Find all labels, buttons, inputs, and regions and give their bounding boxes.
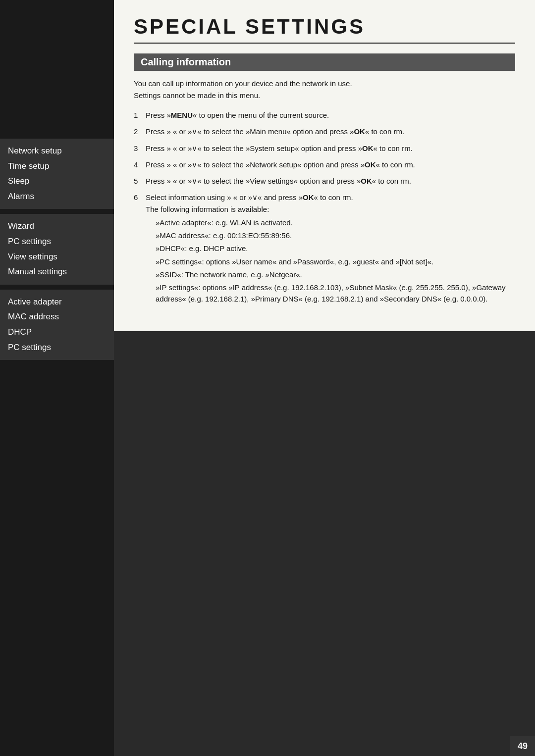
- content-body: You can call up information on your devi…: [134, 78, 515, 306]
- step-6-text: Select information using » « or »∨« and …: [146, 192, 515, 306]
- sidebar-item-dhcp[interactable]: DHCP: [8, 325, 106, 340]
- info-label: The following information is available:: [146, 205, 269, 213]
- sidebar-item-sleep[interactable]: Sleep: [8, 174, 106, 189]
- sidebar: Network setup Time setup Sleep Alarms Wi…: [0, 0, 114, 756]
- main-wrapper: SPECIAL SETTINGS Calling information You…: [114, 0, 535, 756]
- step-2-text: Press » « or »∨« to select the »Main men…: [146, 126, 515, 137]
- steps-list: 1 Press »MENU« to open the menu of the c…: [134, 109, 515, 306]
- sidebar-item-active-adapter[interactable]: Active adapter: [8, 295, 106, 310]
- step-1-text: Press »MENU« to open the menu of the cur…: [146, 109, 515, 121]
- info-item-5: »SSID«: The network name, e.g. »Netgear«…: [156, 269, 515, 280]
- main-content: SPECIAL SETTINGS Calling information You…: [114, 0, 535, 331]
- page-number: 49: [510, 736, 535, 756]
- info-item-4: »PC settings«: options »User name« and »…: [156, 256, 515, 267]
- step-6: 6 Select information using » « or »∨« an…: [134, 192, 515, 306]
- info-item-3: »DHCP«: e.g. DHCP active.: [156, 243, 515, 254]
- step-3-text: Press » « or »∨« to select the »System s…: [146, 143, 515, 154]
- sidebar-item-view-settings[interactable]: View settings: [8, 250, 106, 265]
- step-3: 3 Press » « or »∨« to select the »System…: [134, 143, 515, 154]
- intro-text-1: You can call up information on your devi…: [134, 78, 515, 101]
- step-5: 5 Press » « or »∨« to select the »View s…: [134, 175, 515, 187]
- section-heading: Calling information: [134, 53, 515, 71]
- step-1: 1 Press »MENU« to open the menu of the c…: [134, 109, 515, 121]
- sidebar-item-network-setup[interactable]: Network setup: [8, 144, 106, 159]
- sidebar-item-alarms[interactable]: Alarms: [8, 189, 106, 204]
- sidebar-item-wizard[interactable]: Wizard: [8, 219, 106, 234]
- step-4-text: Press » « or »∨« to select the »Network …: [146, 159, 515, 170]
- info-item-1: »Active adapter«: e.g. WLAN is activated…: [156, 217, 515, 228]
- info-items-list: »Active adapter«: e.g. WLAN is activated…: [146, 217, 515, 305]
- step-4: 4 Press » « or »∨« to select the »Networ…: [134, 159, 515, 170]
- sidebar-item-pc-settings-2[interactable]: PC settings: [8, 340, 106, 355]
- step-5-text: Press » « or »∨« to select the »View set…: [146, 175, 515, 187]
- sidebar-item-time-setup[interactable]: Time setup: [8, 159, 106, 174]
- sidebar-group-3: Active adapter MAC address DHCP PC setti…: [0, 290, 114, 360]
- info-item-6: »IP settings«: options »IP address« (e.g…: [156, 282, 515, 305]
- sidebar-item-manual-settings[interactable]: Manual settings: [8, 264, 106, 280]
- sidebar-item-pc-settings[interactable]: PC settings: [8, 234, 106, 250]
- sidebar-group-2: Wizard PC settings View settings Manual …: [0, 214, 114, 284]
- sidebar-item-mac-address[interactable]: MAC address: [8, 309, 106, 325]
- sidebar-group-1: Network setup Time setup Sleep Alarms: [0, 139, 114, 209]
- info-item-2: »MAC address«: e.g. 00:13:EO:55:89:56.: [156, 230, 515, 241]
- step-2: 2 Press » « or »∨« to select the »Main m…: [134, 126, 515, 137]
- page-title: SPECIAL SETTINGS: [134, 15, 515, 44]
